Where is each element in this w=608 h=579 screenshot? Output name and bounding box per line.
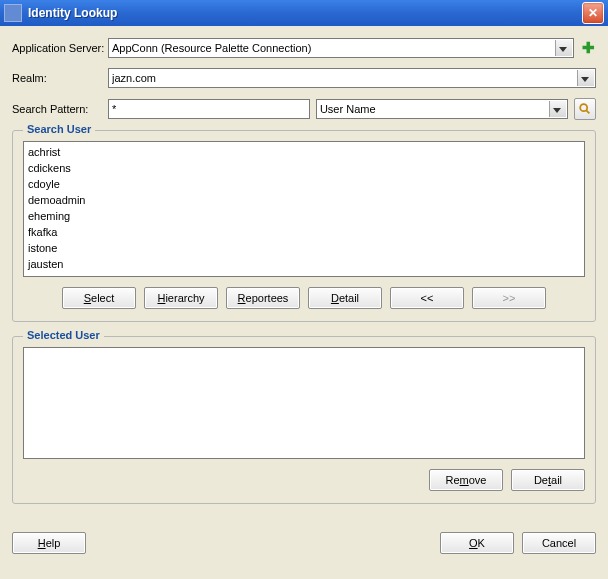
realm-label: Realm: <box>12 72 108 84</box>
appserver-select[interactable] <box>108 38 574 58</box>
add-connection-button[interactable]: ✚ <box>580 40 596 56</box>
detail-button[interactable]: Detail <box>308 287 382 309</box>
list-item[interactable]: achrist <box>26 144 582 160</box>
realm-select[interactable] <box>108 68 596 88</box>
search-user-legend: Search User <box>23 123 95 135</box>
search-user-list[interactable]: achristcdickenscdoyledemoadminehemingfka… <box>23 141 585 277</box>
close-button[interactable]: ✕ <box>582 2 604 24</box>
selected-user-legend: Selected User <box>23 329 104 341</box>
prev-page-button[interactable]: << <box>390 287 464 309</box>
svg-line-1 <box>586 110 589 113</box>
search-pattern-row: Search Pattern: <box>12 98 596 120</box>
cancel-button[interactable]: Cancel <box>522 532 596 554</box>
plus-icon: ✚ <box>582 39 595 57</box>
hierarchy-button[interactable]: Hierarchy <box>144 287 218 309</box>
selected-detail-button[interactable]: Detail <box>511 469 585 491</box>
list-item[interactable]: istone <box>26 240 582 256</box>
close-icon: ✕ <box>588 6 598 20</box>
list-item[interactable]: demoadmin <box>26 192 582 208</box>
dialog-footer: Help OK Cancel <box>0 526 608 566</box>
search-pattern-input[interactable] <box>108 99 310 119</box>
next-page-button[interactable]: >> <box>472 287 546 309</box>
search-button-bar: Select Hierarchy Reportees Detail << >> <box>23 287 585 309</box>
reportees-button[interactable]: Reportees <box>226 287 300 309</box>
selected-user-group: Selected User Remove Detail <box>12 336 596 504</box>
search-icon <box>578 102 592 116</box>
realm-row: Realm: <box>12 68 596 88</box>
selected-button-bar: Remove Detail <box>23 469 585 491</box>
list-item[interactable]: cdoyle <box>26 176 582 192</box>
app-icon <box>4 4 22 22</box>
title-bar: Identity Lookup ✕ <box>0 0 608 26</box>
remove-button[interactable]: Remove <box>429 469 503 491</box>
list-item[interactable]: jausten <box>26 256 582 272</box>
window-title: Identity Lookup <box>28 6 582 20</box>
appserver-value[interactable] <box>108 38 574 58</box>
search-user-group: Search User achristcdickenscdoyledemoadm… <box>12 130 596 322</box>
realm-value[interactable] <box>108 68 596 88</box>
appserver-label: Application Server: <box>12 42 108 54</box>
ok-button[interactable]: OK <box>440 532 514 554</box>
list-item[interactable]: eheming <box>26 208 582 224</box>
select-button[interactable]: Select <box>62 287 136 309</box>
search-pattern-label: Search Pattern: <box>12 103 108 115</box>
list-item[interactable]: fkafka <box>26 224 582 240</box>
svg-point-0 <box>580 104 587 111</box>
selected-user-list[interactable] <box>23 347 585 459</box>
run-search-button[interactable] <box>574 98 596 120</box>
appserver-row: Application Server: ✚ <box>12 38 596 58</box>
help-button[interactable]: Help <box>12 532 86 554</box>
search-type-value[interactable] <box>316 99 568 119</box>
list-item[interactable]: cdickens <box>26 160 582 176</box>
search-type-select[interactable] <box>316 99 568 119</box>
